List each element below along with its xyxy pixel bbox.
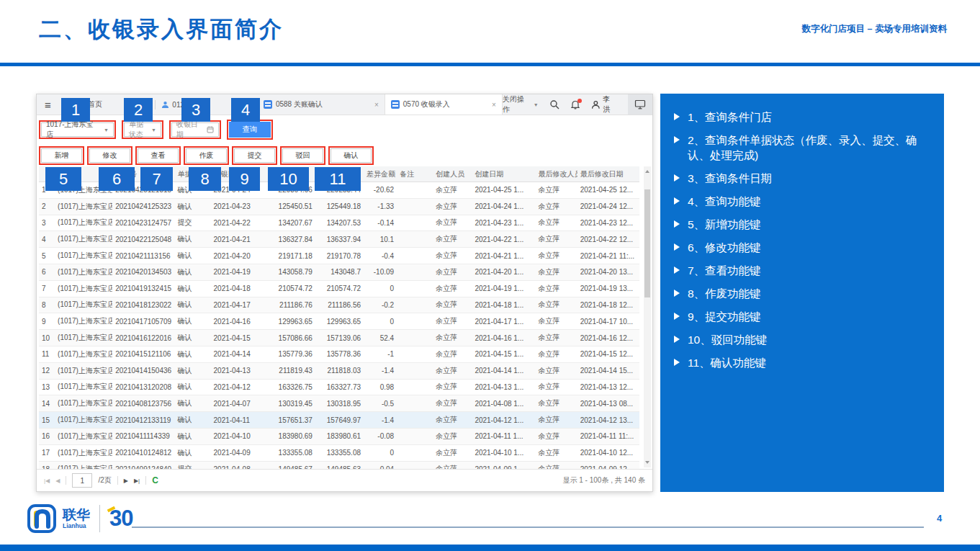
table-row[interactable]: 12(1017)上海东宝店20210414150436确认2021-04-132… bbox=[39, 362, 639, 379]
arrow-bullet-icon bbox=[674, 197, 680, 205]
search-icon[interactable] bbox=[549, 99, 559, 109]
table-row[interactable]: 7(1017)上海东宝店20210419132415确认2021-04-1821… bbox=[39, 280, 639, 297]
table-row[interactable]: 16(1017)上海东宝店20210411114339确认2021-04-101… bbox=[39, 428, 639, 444]
table-row[interactable]: 17(1017)上海东宝店20210410124812确认2021-04-091… bbox=[39, 444, 639, 461]
anniversary-30-logo: 30 bbox=[109, 506, 132, 532]
table-cell: 210574.72 bbox=[270, 280, 315, 297]
arrow-bullet-icon bbox=[674, 243, 680, 251]
table-cell: 149485.67 bbox=[270, 461, 315, 469]
page-number-input[interactable] bbox=[72, 473, 92, 488]
scroll-down-icon[interactable] bbox=[645, 461, 649, 464]
callout-1: 1 bbox=[61, 98, 90, 122]
first-page-icon[interactable]: |◀ bbox=[44, 478, 50, 484]
toolbar-button-5[interactable]: 驳回 bbox=[282, 148, 323, 163]
toolbar-button-1[interactable]: 修改 bbox=[89, 148, 130, 163]
sidebar-item-5: 5、新增功能键 bbox=[672, 217, 932, 232]
table-cell: 余立萍 bbox=[536, 313, 577, 330]
table-cell: 确认 bbox=[174, 297, 210, 313]
prev-page-icon[interactable]: ◀ bbox=[55, 478, 60, 484]
footer-line bbox=[132, 527, 924, 528]
sidebar-item-text: 3、查询条件日期 bbox=[688, 171, 772, 186]
annotation-box-toolbar-4: 提交 bbox=[232, 146, 277, 165]
toolbar-button-3[interactable]: 作废 bbox=[186, 148, 227, 163]
table-row[interactable]: 2(1017)上海东宝店20210424125323确认2021-04-2312… bbox=[39, 198, 639, 215]
table-cell: (1017)上海东宝店 bbox=[55, 362, 112, 379]
table-row[interactable]: 14(1017)上海东宝店20210408123756确认2021-04-071… bbox=[39, 395, 639, 412]
table-row[interactable]: 13(1017)上海东宝店20210413120208确认2021-04-121… bbox=[39, 379, 639, 395]
chevron-down-icon: ▼ bbox=[534, 102, 539, 107]
next-page-icon[interactable]: ▶ bbox=[124, 478, 128, 484]
status-select[interactable]: 单据状态 ▼ bbox=[124, 122, 161, 137]
toolbar-button-0[interactable]: 新增 bbox=[41, 148, 82, 163]
callout-7: 7 bbox=[140, 167, 173, 191]
refresh-icon[interactable]: C bbox=[152, 475, 158, 485]
close-operations-menu[interactable]: 关闭操作 ▼ bbox=[503, 94, 539, 115]
table-cell: (1017)上海东宝店 bbox=[55, 297, 112, 313]
tab-0588[interactable]: 0588 关账确认 × bbox=[258, 94, 385, 115]
callout-2: 2 bbox=[124, 98, 153, 122]
sidebar-item-1: 1、查询条件门店 bbox=[672, 109, 932, 125]
table-cell: 2021-04-25 12... bbox=[577, 182, 639, 199]
query-button[interactable]: 查询 bbox=[229, 122, 271, 138]
scroll-up-icon[interactable] bbox=[645, 170, 649, 173]
table-cell: 6 bbox=[39, 264, 55, 280]
last-page-icon[interactable]: ▶| bbox=[134, 478, 140, 484]
table-cell: 10.1 bbox=[364, 231, 397, 248]
toolbar-button-4[interactable]: 提交 bbox=[234, 148, 275, 163]
table-row[interactable]: 9(1017)上海东宝店20210417105709确认2021-04-1612… bbox=[39, 313, 639, 330]
table-cell: 2021-04-23 bbox=[211, 198, 270, 215]
tab-close-icon[interactable]: × bbox=[374, 101, 379, 109]
table-cell: 余立萍 bbox=[433, 346, 472, 362]
scrollbar-thumb[interactable] bbox=[644, 189, 650, 297]
toolbar-button-6[interactable]: 确认 bbox=[331, 148, 372, 163]
table-cell: 确认 bbox=[174, 444, 210, 461]
arrow-bullet-icon bbox=[674, 136, 680, 143]
column-header-8: 备注 bbox=[397, 166, 433, 182]
table-cell bbox=[397, 231, 433, 248]
column-header-12: 最后修改日期 bbox=[577, 166, 639, 182]
table-cell: 20210412133119 bbox=[112, 412, 174, 429]
table-cell: 提交 bbox=[174, 215, 210, 231]
table-cell: 133355.08 bbox=[270, 444, 315, 461]
date-input[interactable]: 收银日期 bbox=[171, 122, 219, 137]
sidebar-item-2: 2、查询条件单据状态（作废、录入、提交、确认、处理完成) bbox=[672, 133, 932, 163]
table-cell: 余立萍 bbox=[536, 379, 577, 395]
table-row[interactable]: 15(1017)上海东宝店20210412133119确认2021-04-111… bbox=[39, 412, 639, 429]
table-cell: 2021-04-13 12... bbox=[577, 379, 639, 395]
table-cell: -10.09 bbox=[364, 264, 397, 280]
table-zone: 门店单据号单据状态收银日期差异金额备注创建人员创建日期最后修改人员最后修改日期 … bbox=[37, 166, 652, 469]
close-operations-label: 关闭操作 bbox=[503, 94, 531, 115]
notification-bell-icon[interactable] bbox=[570, 99, 580, 109]
table-row[interactable]: 4(1017)上海东宝店20210422125048确认2021-04-2113… bbox=[39, 231, 639, 248]
table-cell bbox=[397, 395, 433, 412]
tab-0570-active[interactable]: 0570 收银录入 × bbox=[385, 94, 503, 115]
table-row[interactable]: 3(1017)上海东宝店20210423124757提交2021-04-2213… bbox=[39, 215, 639, 231]
table-cell: 14 bbox=[39, 395, 55, 412]
table-row[interactable]: 18(1017)上海东宝店20210409124840提交2021-04-081… bbox=[39, 461, 639, 469]
vertical-scrollbar[interactable] bbox=[644, 166, 651, 467]
arrow-bullet-icon bbox=[674, 113, 680, 120]
table-cell: 2021-04-13 08... bbox=[577, 395, 639, 412]
table-row[interactable]: 6(1017)上海东宝店20210420134503确认2021-04-1914… bbox=[39, 264, 639, 280]
table-cell: 确认 bbox=[174, 280, 210, 297]
table-row[interactable]: 5(1017)上海东宝店20210421113156确认2021-04-2021… bbox=[39, 248, 639, 264]
hamburger-menu-icon[interactable]: ≡ bbox=[45, 99, 51, 111]
table-cell bbox=[397, 198, 433, 215]
table-row[interactable]: 11(1017)上海东宝店20210415121106确认2021-04-141… bbox=[39, 346, 639, 362]
monitor-icon[interactable] bbox=[628, 94, 652, 115]
table-cell: 12 bbox=[39, 362, 55, 379]
table-cell: 3 bbox=[39, 215, 55, 231]
toolbar-button-2[interactable]: 查看 bbox=[138, 148, 179, 163]
table-cell: -1.33 bbox=[364, 198, 397, 215]
table-row[interactable]: 10(1017)上海东宝店20210416122016确认2021-04-151… bbox=[39, 330, 639, 346]
table-row[interactable]: 8(1017)上海东宝店20210418123022确认2021-04-1721… bbox=[39, 297, 639, 313]
table-cell: 20210424125323 bbox=[112, 198, 174, 215]
table-cell: 129963.65 bbox=[270, 313, 315, 330]
user-menu[interactable]: 李洪 bbox=[591, 94, 617, 115]
table-cell bbox=[397, 362, 433, 379]
store-select[interactable]: 1017-上海东宝店 ▼ bbox=[41, 122, 114, 137]
table-cell: 余立萍 bbox=[536, 215, 577, 231]
table-cell bbox=[397, 461, 433, 469]
table-cell: 2021-04-25 1... bbox=[472, 182, 535, 199]
tab-close-icon[interactable]: × bbox=[492, 101, 496, 109]
